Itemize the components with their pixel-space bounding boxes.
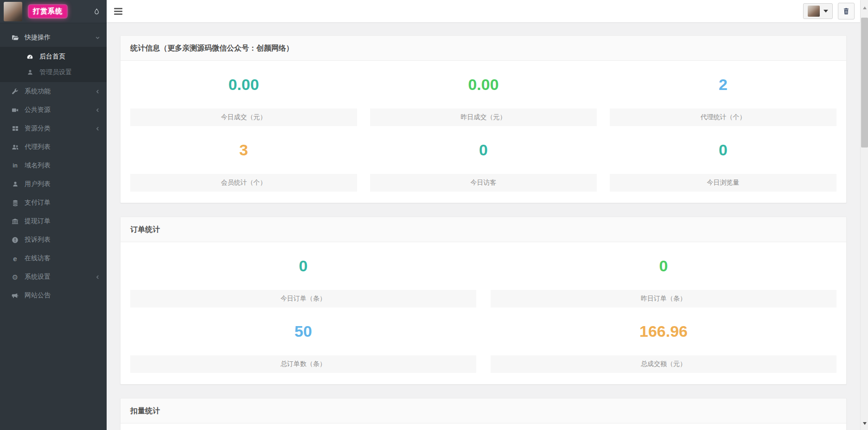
stat-value: 166.96	[491, 308, 836, 355]
window-scrollbar[interactable]	[860, 0, 868, 430]
chevron-left-icon	[95, 275, 100, 280]
user-icon	[26, 69, 34, 76]
sidebar-item-complaint-list[interactable]: 投诉列表	[0, 231, 107, 249]
edge-browser-icon: e	[11, 255, 19, 263]
sidebar-item-resource-categories[interactable]: 资源分类	[0, 119, 107, 138]
stat-member-count: 3 会员统计（个）	[130, 126, 357, 192]
card-title: 统计信息（更多亲测源码微信公众号：创颜网络）	[121, 36, 846, 61]
stat-label: 昨日成交（元）	[370, 109, 597, 126]
topbar	[107, 0, 860, 22]
sidebar-item-label: 后台首页	[39, 52, 65, 61]
sidebar-item-user-list[interactable]: 用户列表	[0, 175, 107, 193]
user-icon	[11, 181, 19, 187]
grid-icon	[11, 125, 19, 132]
order-statistics-card: 订单统计 0 今日订单（条） 0 昨日订单（条） 50 总订单数（条） 166.…	[120, 217, 847, 385]
megaphone-icon	[11, 292, 19, 299]
chevron-down-icon	[95, 35, 100, 40]
chevron-left-icon	[95, 108, 100, 113]
stat-total-turnover: 166.96 总成交额（元）	[491, 308, 836, 373]
sidebar-item-label: 代理列表	[25, 143, 51, 151]
sidebar-item-label: 网站公告	[25, 291, 51, 300]
video-camera-icon	[11, 107, 19, 114]
sidebar-item-system-settings[interactable]: ⚙ 系统设置	[0, 268, 107, 286]
linkedin-icon: in	[11, 162, 19, 169]
scroll-up-arrow[interactable]	[861, 4, 868, 12]
stat-value: 2	[610, 61, 836, 109]
sidebar-item-site-announcements[interactable]: 网站公告	[0, 286, 107, 305]
stat-value: 0.00	[370, 61, 597, 109]
chevron-left-icon	[95, 89, 100, 94]
sidebar-item-label: 快捷操作	[25, 33, 51, 42]
scroll-down-arrow[interactable]	[861, 419, 868, 427]
sidebar-item-label: 在线访客	[25, 254, 51, 263]
bank-icon	[11, 218, 19, 225]
sidebar-item-label: 支付订单	[25, 199, 51, 207]
sidebar-item-system-functions[interactable]: 系统功能	[0, 82, 107, 101]
card-title: 订单统计	[121, 217, 846, 242]
clear-cache-button[interactable]	[838, 3, 855, 19]
sidebar-submenu: 后台首页 管理员设置	[0, 47, 107, 82]
stat-value: 0.00	[130, 61, 357, 109]
content-scroll-area: 统计信息（更多亲测源码微信公众号：创颜网络） 0.00 今日成交（元） 0.00…	[107, 22, 860, 430]
stat-total-orders: 50 总订单数（条）	[130, 308, 476, 373]
card-title: 扣量统计	[121, 398, 846, 424]
sidebar-item-agent-list[interactable]: 代理列表	[0, 138, 107, 156]
caret-down-icon	[823, 10, 828, 13]
users-icon	[11, 144, 19, 151]
chevron-left-icon	[95, 126, 100, 131]
sidebar-item-domain-list[interactable]: in 域名列表	[0, 156, 107, 175]
stat-agent-count: 2 代理统计（个）	[610, 61, 836, 126]
stat-value: 0	[130, 242, 476, 290]
sidebar-item-label: 系统功能	[25, 87, 51, 96]
sidebar-header: 打赏系统	[0, 0, 107, 23]
stat-yesterday-orders: 0 昨日订单（条）	[491, 242, 836, 308]
sidebar-item-label: 用户列表	[25, 180, 51, 188]
sidebar-item-online-visitors[interactable]: e 在线访客	[0, 249, 107, 268]
sidebar-item-label: 资源分类	[25, 124, 51, 133]
stat-label: 今日浏览量	[610, 174, 836, 192]
sidebar-item-payment-orders[interactable]: 支付订单	[0, 193, 107, 212]
sidebar-item-label: 公共资源	[25, 106, 51, 114]
avatar	[808, 6, 820, 17]
sidebar-item-withdrawal-orders[interactable]: 提现订单	[0, 212, 107, 231]
stat-label: 代理统计（个）	[610, 109, 836, 126]
trash-icon	[842, 7, 850, 15]
gear-icon: ⚙	[11, 274, 19, 281]
sidebar-item-quick-actions[interactable]: 快捷操作	[0, 28, 107, 47]
stat-today-turnover: 0.00 今日成交（元）	[130, 61, 357, 126]
stat-label: 昨日订单（条）	[491, 290, 836, 308]
main-area: 统计信息（更多亲测源码微信公众号：创颜网络） 0.00 今日成交（元） 0.00…	[107, 0, 860, 430]
stat-label: 会员统计（个）	[130, 174, 357, 192]
stat-label: 今日成交（元）	[130, 109, 357, 126]
sidebar: 打赏系统 快捷操作 后台首页	[0, 0, 107, 430]
user-menu-button[interactable]	[803, 3, 833, 19]
sidebar-item-label: 域名列表	[25, 161, 51, 170]
stat-today-orders: 0 今日订单（条）	[130, 242, 476, 308]
stat-label: 今日订单（条）	[130, 290, 476, 308]
sidebar-item-public-resources[interactable]: 公共资源	[0, 101, 107, 119]
folder-open-icon	[11, 34, 19, 41]
droplet-icon[interactable]	[93, 8, 100, 15]
scrollbar-thumb[interactable]	[861, 18, 868, 148]
stat-label: 今日访客	[370, 174, 597, 192]
menu-toggle-button[interactable]	[114, 4, 128, 18]
database-icon	[11, 199, 19, 206]
stat-yesterday-turnover: 0.00 昨日成交（元）	[370, 61, 597, 126]
stat-value: 0	[491, 242, 836, 290]
stat-value: 0	[370, 126, 597, 174]
wrench-icon	[11, 88, 19, 95]
stat-value: 50	[130, 308, 476, 355]
stat-value: 3	[130, 126, 357, 174]
sidebar-nav: 快捷操作 后台首页 管理员设置 系统功能	[0, 23, 107, 305]
sidebar-item-dashboard-home[interactable]: 后台首页	[0, 49, 107, 64]
sidebar-item-admin-settings[interactable]: 管理员设置	[0, 64, 107, 80]
avatar[interactable]	[4, 2, 22, 21]
sidebar-item-label: 系统设置	[25, 273, 51, 281]
statistics-info-card: 统计信息（更多亲测源码微信公众号：创颜网络） 0.00 今日成交（元） 0.00…	[120, 35, 847, 203]
stat-label: 总成交额（元）	[491, 355, 836, 373]
stat-today-visitors: 0 今日访客	[370, 126, 597, 192]
exclamation-circle-icon	[11, 237, 19, 244]
sidebar-item-label: 提现订单	[25, 217, 51, 225]
dashboard-icon	[26, 53, 34, 60]
deduction-statistics-card: 扣量统计	[120, 398, 847, 430]
